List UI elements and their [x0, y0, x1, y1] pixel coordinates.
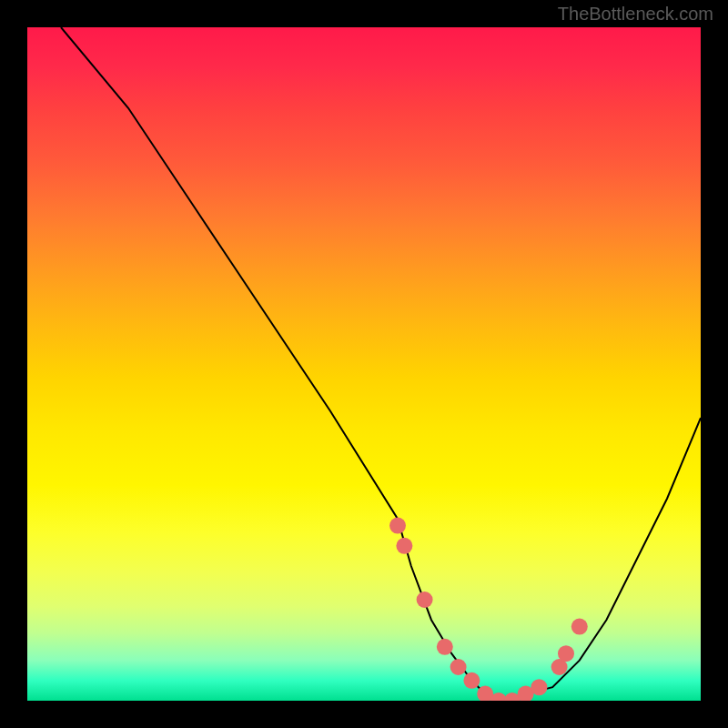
marker-point — [571, 619, 588, 635]
marker-point — [396, 538, 412, 554]
chart-svg — [27, 27, 701, 701]
marker-point — [463, 672, 480, 689]
marker-point — [450, 659, 467, 675]
marker-point — [531, 679, 547, 695]
bottleneck-curve-path — [61, 27, 701, 701]
attribution-text: TheBottleneck.com — [558, 4, 713, 25]
plot-area — [27, 27, 701, 701]
marker-point — [437, 639, 453, 655]
marker-group — [389, 518, 588, 701]
marker-point — [417, 592, 433, 608]
marker-point — [389, 518, 406, 534]
marker-point — [558, 645, 574, 662]
